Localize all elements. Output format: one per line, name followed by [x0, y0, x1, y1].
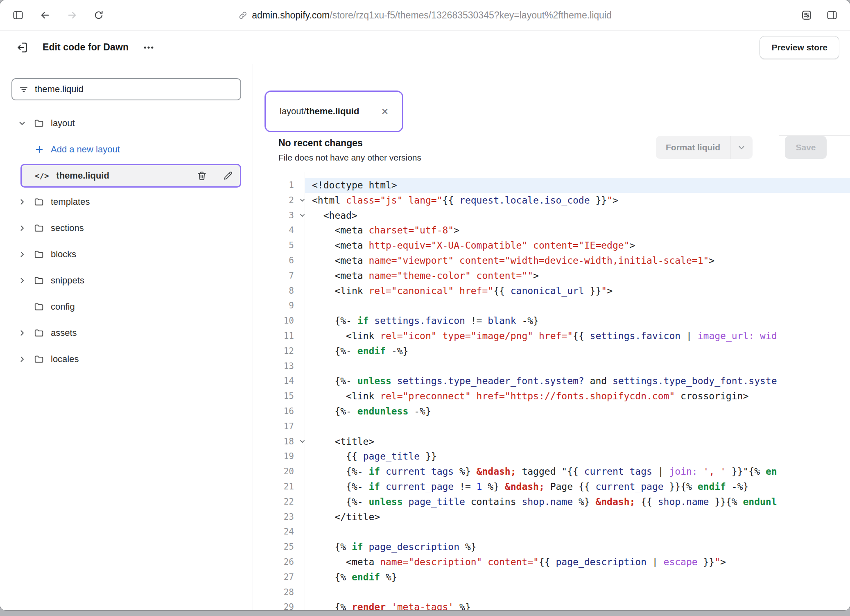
code-line-24[interactable]: 24	[253, 524, 850, 539]
exit-code-editor-icon[interactable]	[16, 41, 29, 54]
format-liquid-button[interactable]: Format liquid	[656, 136, 753, 159]
code-line-3[interactable]: 3 <head>	[253, 208, 850, 223]
tree-item-templates[interactable]: templates	[11, 189, 241, 215]
code-line-1[interactable]: 1<!doctype html>	[253, 178, 850, 193]
code-line-27[interactable]: 27 {% endif %}	[253, 570, 850, 585]
chevron-right-icon[interactable]	[17, 197, 27, 207]
code-line-26[interactable]: 26 <meta name="description" content="{{ …	[253, 555, 850, 570]
folder-icon	[34, 275, 44, 286]
editor-toolbar: No recent changes File does not have any…	[253, 135, 850, 172]
chevron-down-icon[interactable]	[17, 118, 27, 128]
code-line-13[interactable]: 13	[253, 359, 850, 374]
chevron-down-icon[interactable]	[730, 143, 753, 152]
fold-toggle-icon[interactable]	[299, 212, 305, 218]
code-text	[305, 585, 850, 600]
code-line-4[interactable]: 4 <meta charset="utf-8">	[253, 223, 850, 238]
sidebar-right-toggle-icon[interactable]	[826, 9, 838, 21]
code-text: {%- endunless -%}	[305, 404, 850, 419]
line-number: 20	[253, 464, 305, 479]
code-line-11[interactable]: 11 <link rel="icon" type="image/png" hre…	[253, 328, 850, 344]
chevron-right-icon[interactable]	[17, 328, 27, 338]
code-text: <title>	[305, 434, 850, 449]
tree-item-blocks[interactable]: blocks	[11, 241, 241, 267]
tree-item-label: layout	[51, 118, 75, 129]
add-new-layout-button[interactable]: Add a new layout	[11, 136, 241, 163]
code-line-9[interactable]: 9	[253, 298, 850, 313]
code-line-7[interactable]: 7 <meta name="theme-color" content="">	[253, 268, 850, 283]
code-editor[interactable]: 1<!doctype html>2<html class="js" lang="…	[253, 172, 850, 610]
folder-icon	[34, 301, 44, 312]
delete-file-icon[interactable]	[197, 170, 207, 181]
save-button[interactable]: Save	[785, 136, 827, 159]
code-line-18[interactable]: 18 <title>	[253, 434, 850, 449]
link-icon	[238, 11, 247, 20]
folder-icon	[34, 328, 44, 338]
code-line-20[interactable]: 20 {%- if current_tags %} &ndash; tagged…	[253, 464, 850, 479]
code-line-5[interactable]: 5 <meta http-equiv="X-UA-Compatible" con…	[253, 238, 850, 253]
line-number: 17	[253, 419, 305, 434]
code-line-8[interactable]: 8 <link rel="canonical" href="{{ canonic…	[253, 283, 850, 299]
code-line-23[interactable]: 23 </title>	[253, 510, 850, 525]
code-line-21[interactable]: 21 {%- if current_page != 1 %} &ndash; P…	[253, 479, 850, 494]
line-number: 8	[253, 283, 305, 299]
line-number: 29	[253, 600, 305, 610]
add-layout-label: Add a new layout	[51, 144, 120, 155]
more-actions-icon[interactable]	[142, 41, 155, 54]
folder-icon	[34, 197, 44, 207]
address-bar[interactable]: admin.shopify.com/store/rzq1xu-f5/themes…	[238, 10, 612, 21]
code-text: {%- endif -%}	[305, 344, 850, 359]
code-line-16[interactable]: 16 {%- endunless -%}	[253, 404, 850, 419]
code-line-19[interactable]: 19 {{ page_title }}	[253, 449, 850, 464]
back-icon[interactable]	[39, 9, 51, 21]
line-number: 25	[253, 539, 305, 555]
file-search-input[interactable]	[35, 84, 234, 95]
code-line-25[interactable]: 25 {% if page_description %}	[253, 539, 850, 555]
tree-item-assets[interactable]: assets	[11, 320, 241, 346]
code-line-29[interactable]: 29 {% render 'meta-tags' %}	[253, 600, 850, 610]
code-line-2[interactable]: 2<html class="js" lang="{{ request.local…	[253, 193, 850, 208]
line-number: 10	[253, 313, 305, 328]
preview-store-button[interactable]: Preview store	[760, 36, 839, 59]
code-line-17[interactable]: 17	[253, 419, 850, 434]
reload-icon[interactable]	[93, 10, 104, 20]
code-text: {%- if current_tags %} &ndash; tagged "{…	[305, 464, 850, 479]
line-number: 16	[253, 404, 305, 419]
tree-item-theme-liquid[interactable]: </>theme.liquid	[20, 164, 241, 188]
folder-icon	[34, 223, 44, 233]
chevron-right-icon[interactable]	[17, 223, 27, 233]
tree-item-config[interactable]: config	[11, 294, 241, 320]
tree-item-snippets[interactable]: snippets	[11, 267, 241, 294]
line-number: 11	[253, 328, 305, 344]
format-liquid-label: Format liquid	[656, 143, 730, 152]
tab-label-name: theme.liquid	[306, 106, 359, 117]
code-line-12[interactable]: 12 {%- endif -%}	[253, 344, 850, 359]
chevron-right-icon[interactable]	[17, 354, 27, 364]
page-settings-icon[interactable]	[801, 9, 812, 21]
tab-theme-liquid[interactable]: layout/theme.liquid ×	[268, 94, 400, 129]
tree-item-sections[interactable]: sections	[11, 215, 241, 241]
code-line-15[interactable]: 15 <link rel="preconnect" href="https://…	[253, 389, 850, 404]
line-number: 9	[253, 298, 305, 313]
chevron-right-icon[interactable]	[17, 276, 27, 285]
browser-right-buttons	[801, 9, 838, 21]
chevron-right-icon[interactable]	[17, 249, 27, 259]
line-number: 28	[253, 585, 305, 600]
tree-item-layout[interactable]: layout	[11, 110, 241, 136]
sidebar-toggle-icon[interactable]	[12, 9, 24, 21]
code-line-28[interactable]: 28	[253, 585, 850, 600]
url-host: admin.shopify.com	[252, 10, 330, 20]
tree-item-locales[interactable]: locales	[11, 346, 241, 372]
code-line-6[interactable]: 6 <meta name="viewport" content="width=d…	[253, 253, 850, 268]
code-line-22[interactable]: 22 {%- unless page_title contains shop.n…	[253, 494, 850, 510]
page-title: Edit code for Dawn	[43, 42, 129, 53]
forward-icon[interactable]	[66, 9, 78, 21]
tab-close-icon[interactable]: ×	[381, 106, 388, 118]
fold-toggle-icon[interactable]	[299, 438, 305, 444]
file-tree: layoutAdd a new layout</>theme.liquidtem…	[11, 110, 241, 372]
code-line-14[interactable]: 14 {%- unless settings.type_header_font.…	[253, 374, 850, 389]
code-line-10[interactable]: 10 {%- if settings.favicon != blank -%}	[253, 313, 850, 328]
rename-file-icon[interactable]	[223, 170, 233, 181]
browser-window: admin.shopify.com/store/rzq1xu-f5/themes…	[0, 0, 850, 610]
line-number: 6	[253, 253, 305, 268]
fold-toggle-icon[interactable]	[299, 197, 305, 203]
